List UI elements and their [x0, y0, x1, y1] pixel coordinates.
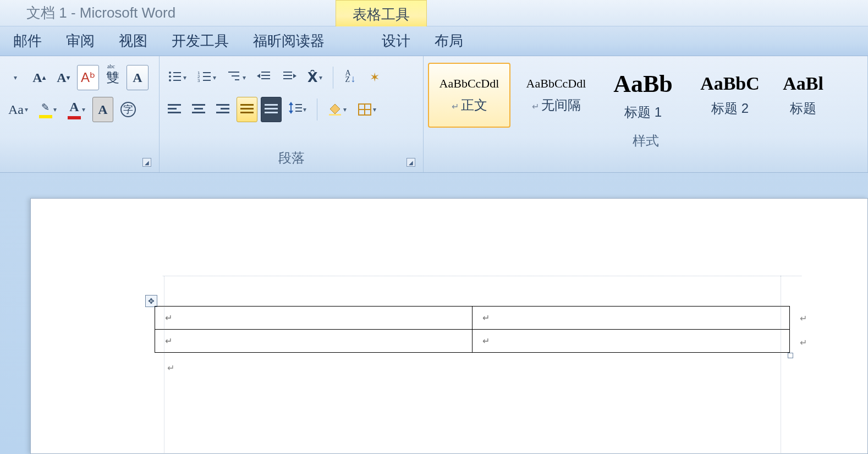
paragraph-mark: ↵ [800, 337, 807, 348]
font-dialog-launcher[interactable]: ◢ [142, 158, 151, 167]
table-cell[interactable]: ↵ [473, 307, 790, 330]
table-cell[interactable]: ↵ [155, 330, 473, 353]
style-no-spacing[interactable]: AaBbCcDdl ↵无间隔 [515, 63, 597, 128]
line-spacing-icon [289, 102, 302, 117]
svg-marker-40 [289, 111, 293, 114]
increase-indent-icon [282, 70, 296, 85]
distributed-button[interactable] [261, 97, 282, 122]
style-preview: AaBb [613, 70, 673, 98]
svg-point-0 [169, 72, 171, 74]
align-center-icon [192, 102, 205, 117]
align-right-icon [216, 102, 229, 117]
style-normal[interactable]: AaBbCcDdl ↵正文 [428, 63, 510, 128]
align-left-button[interactable] [164, 97, 185, 122]
group-label-styles: 样式 [428, 128, 863, 155]
svg-rect-15 [261, 72, 270, 73]
svg-rect-35 [265, 104, 278, 106]
svg-rect-7 [203, 72, 211, 73]
tab-developer[interactable]: 开发工具 [160, 28, 241, 54]
align-right-button[interactable] [212, 97, 233, 122]
style-heading2[interactable]: AaBbC 标题 2 [689, 63, 771, 128]
svg-rect-37 [265, 112, 278, 113]
align-justify-button[interactable] [237, 97, 257, 122]
ribbon-group-paragraph: ▾ 123 ▾ ▾ [160, 56, 424, 172]
svg-point-4 [169, 79, 171, 81]
shading-button[interactable]: ▾ [324, 97, 350, 122]
character-border-button[interactable]: A [127, 65, 149, 90]
clear-formatting-button[interactable]: Aᵇ [77, 65, 99, 90]
tab-mail[interactable]: 邮件 [1, 28, 54, 54]
numbering-button[interactable]: 123 ▾ [194, 65, 220, 90]
change-case-icon: Aa [8, 102, 24, 117]
group-label-paragraph: 段落 ◢ [164, 145, 419, 172]
increase-indent-button[interactable] [278, 65, 300, 90]
highlight-color-button[interactable]: ✎ ▾ [35, 97, 61, 122]
svg-rect-44 [329, 114, 341, 116]
change-case-button[interactable]: Aa▾ [4, 97, 32, 122]
table-move-handle[interactable]: ✥ [145, 295, 157, 307]
line-spacing-button[interactable]: ▾ [285, 97, 310, 122]
font-dropdown-caret[interactable]: ▾ [4, 65, 25, 90]
grow-font-button[interactable]: A▴ [29, 65, 50, 90]
asian-layout-icon: X̂ [307, 70, 318, 85]
svg-rect-29 [216, 104, 229, 106]
svg-rect-33 [240, 108, 254, 110]
bullets-icon [168, 70, 182, 85]
phonetic-guide-button[interactable]: 雙abc [102, 65, 123, 90]
tab-view[interactable]: 视图 [107, 28, 160, 54]
decrease-indent-button[interactable] [253, 65, 275, 90]
sort-button[interactable]: AZ↓ [340, 65, 361, 90]
group-label-font: ◢ [4, 147, 155, 172]
tab-layout[interactable]: 布局 [422, 28, 475, 54]
svg-rect-9 [203, 76, 211, 77]
pilcrow-icon: ✶ [370, 70, 380, 85]
table-row[interactable]: ↵ ↵ [155, 307, 790, 330]
svg-rect-31 [216, 112, 229, 113]
align-center-button[interactable] [188, 97, 209, 122]
enclose-characters-button[interactable]: 字 [117, 97, 140, 122]
bullets-button[interactable]: ▾ [164, 65, 190, 90]
tab-foxit[interactable]: 福昕阅读器 [241, 28, 337, 54]
paragraph-mark: ↵ [167, 363, 174, 373]
svg-marker-22 [293, 74, 296, 78]
show-hide-marks-button[interactable]: ✶ [364, 65, 385, 90]
align-justify-icon [240, 102, 254, 117]
margin-guide-top [163, 276, 801, 277]
svg-rect-42 [295, 107, 302, 108]
style-name: 标题 1 [624, 103, 662, 121]
svg-rect-27 [194, 108, 203, 110]
svg-rect-26 [192, 104, 205, 106]
style-heading1[interactable]: AaBb 标题 1 [602, 63, 684, 128]
asian-layout-button[interactable]: X̂▾ [304, 65, 326, 90]
tab-design[interactable]: 设计 [370, 28, 422, 54]
svg-rect-13 [232, 75, 239, 76]
tab-review[interactable]: 审阅 [54, 28, 107, 54]
multilevel-list-button[interactable]: ▾ [223, 65, 250, 90]
table-cell[interactable]: ↵ [473, 330, 790, 353]
font-color-button[interactable]: A ▾ [64, 97, 89, 122]
borders-button[interactable]: ▾ [354, 97, 380, 122]
ribbon-group-styles: AaBbCcDdl ↵正文 AaBbCcDdl ↵无间隔 AaBb 标题 1 A… [424, 56, 868, 172]
document-table[interactable]: ↵ ↵ ↵ ↵ [155, 306, 790, 353]
paragraph-mark: ↵ [800, 313, 807, 324]
shrink-font-button[interactable]: A▾ [53, 65, 74, 90]
svg-rect-1 [173, 72, 181, 73]
svg-rect-32 [240, 104, 254, 106]
table-row[interactable]: ↵ ↵ [155, 330, 790, 353]
style-title[interactable]: AaBl 标题 [776, 63, 831, 128]
ribbon: ▾ A▴ A▾ Aᵇ 雙abc A Aa▾ [0, 56, 868, 173]
paragraph-dialog-launcher[interactable]: ◢ [406, 158, 415, 167]
styles-gallery[interactable]: AaBbCcDdl ↵正文 AaBbCcDdl ↵无间隔 AaBb 标题 1 A… [428, 59, 863, 128]
style-preview: AaBbCcDdl [440, 76, 499, 91]
svg-rect-43 [295, 111, 302, 112]
svg-rect-23 [168, 104, 181, 106]
character-shading-button[interactable]: A [92, 97, 113, 122]
table-resize-handle[interactable] [788, 353, 793, 358]
svg-rect-16 [261, 75, 270, 76]
style-preview: AaBbC [700, 73, 760, 94]
clear-formatting-icon: Aᵇ [81, 70, 95, 85]
decrease-indent-icon [257, 70, 271, 85]
document-page[interactable]: ✥ ↵ ↵ ↵ ↵ ↵ ↵ ↵ [30, 198, 868, 454]
table-cell[interactable]: ↵ [155, 307, 473, 330]
multilevel-list-icon [227, 70, 241, 85]
